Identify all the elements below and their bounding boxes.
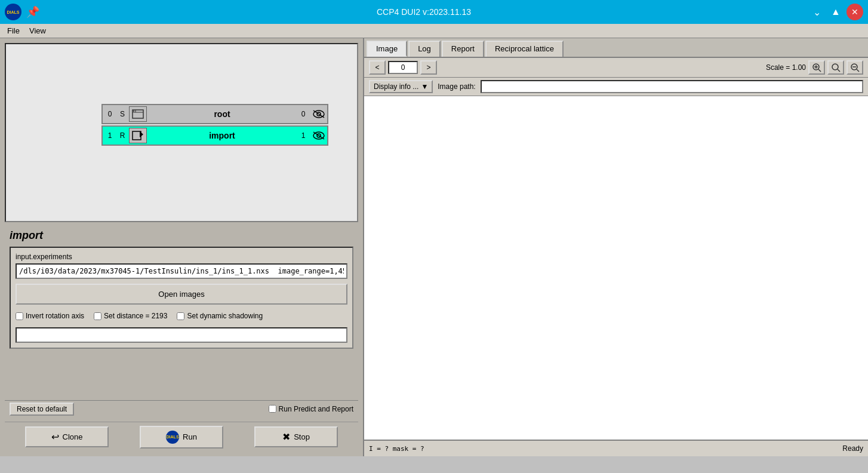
titlebar-pin-icon[interactable]: 📌 [26, 5, 39, 19]
bottom-toolbar: Reset to default Run Predict and Report [5, 400, 358, 417]
titlebar-title: CCP4 DUI2 v:2023.11.13 [39, 7, 808, 17]
file-input[interactable] [16, 263, 347, 279]
root-node[interactable]: 0 S root 0 [101, 104, 328, 124]
bottom-left: Reset to default [10, 403, 74, 416]
root-num-left: 0 [103, 108, 117, 121]
params-label: input.experiments [16, 253, 347, 261]
svg-line-17 [838, 69, 840, 72]
root-label: root [148, 107, 296, 121]
next-frame-button[interactable]: > [420, 60, 437, 75]
app-logo: DIALS [5, 4, 21, 20]
import-letter: R [117, 131, 128, 140]
checkboxes: Invert rotation axis Set distance = 2193… [16, 312, 347, 320]
display-info-bar: Display info ... ▼ Image path: [364, 78, 868, 96]
set-distance-checkbox-label[interactable]: Set distance = 2193 [94, 312, 167, 320]
import-eye-icon[interactable] [310, 127, 327, 144]
root-letter: S [117, 110, 128, 118]
stop-icon: ✖ [282, 431, 290, 443]
open-images-button[interactable]: Open images [16, 284, 347, 305]
run-button[interactable]: DIALS Run [140, 426, 223, 449]
scale-label: Scale = 1.00 [766, 63, 806, 72]
svg-rect-7 [133, 131, 141, 140]
node-canvas: 0 S root 0 [5, 43, 358, 222]
clone-icon: ↩ [51, 431, 59, 443]
image-path-input[interactable] [481, 80, 863, 93]
invert-rotation-checkbox-label[interactable]: Invert rotation axis [16, 312, 84, 320]
image-area [364, 96, 868, 440]
reset-to-default-button[interactable]: Reset to default [10, 403, 74, 416]
root-num-right: 0 [296, 110, 310, 118]
set-distance-checkbox[interactable] [94, 312, 101, 320]
titlebar: DIALS 📌 CCP4 DUI2 v:2023.11.13 ⌄ ▲ ✕ [0, 0, 868, 24]
import-num-left: 1 [103, 129, 117, 142]
close-button[interactable]: ✕ [847, 4, 863, 20]
viewer-toolbar: < > Scale = 1.00 [364, 58, 868, 78]
extra-params-input[interactable] [16, 327, 347, 343]
tab-report[interactable]: Report [442, 41, 484, 57]
tab-image[interactable]: Image [367, 41, 407, 57]
left-panel: 0 S root 0 [0, 38, 363, 456]
tab-log[interactable]: Log [408, 41, 441, 57]
clone-button[interactable]: ↩ Clone [25, 426, 109, 447]
titlebar-controls: ⌄ ▲ ✕ [808, 4, 863, 20]
tab-bar: Image Log Report Reciprocal lattice [364, 38, 868, 58]
coord-info: I = ? mask = ? [369, 445, 424, 453]
run-logo-icon: DIALS [166, 431, 179, 444]
frame-input[interactable] [388, 61, 418, 74]
dropdown-arrow-icon: ▼ [421, 82, 428, 91]
svg-line-19 [857, 69, 859, 72]
root-eye-icon[interactable] [310, 106, 327, 122]
svg-point-16 [832, 64, 838, 70]
zoom-reset-button[interactable] [827, 60, 844, 75]
import-node[interactable]: 1 R import 1 [101, 125, 328, 146]
import-num-right: 1 [296, 131, 310, 140]
zoom-in-button[interactable] [808, 60, 825, 75]
menubar: File View [0, 24, 868, 38]
import-label: import [148, 128, 296, 143]
right-panel: Image Log Report Reciprocal lattice < > … [363, 38, 868, 456]
maximize-button[interactable]: ▲ [827, 4, 844, 20]
run-predict-checkbox[interactable] [269, 405, 276, 413]
tab-reciprocal-lattice[interactable]: Reciprocal lattice [485, 41, 564, 57]
import-title: import [10, 229, 353, 242]
run-predict-label[interactable]: Run Predict and Report [269, 405, 353, 413]
svg-point-3 [133, 110, 134, 112]
menu-view[interactable]: View [24, 25, 51, 36]
svg-marker-8 [140, 131, 143, 137]
import-icon [129, 128, 147, 143]
titlebar-left: DIALS 📌 [5, 4, 39, 20]
statusbar: I = ? mask = ? Ready [364, 440, 868, 456]
stop-button[interactable]: ✖ Stop [254, 426, 338, 447]
action-bar: ↩ Clone DIALS Run ✖ Stop [5, 422, 358, 452]
set-dynamic-checkbox[interactable] [177, 312, 184, 320]
minimize-button[interactable]: ⌄ [808, 4, 825, 20]
set-dynamic-checkbox-label[interactable]: Set dynamic shadowing [177, 312, 263, 320]
image-path-label: Image path: [438, 82, 475, 91]
set-dynamic-label: Set dynamic shadowing [187, 312, 263, 320]
display-info-dropdown[interactable]: Display info ... ▼ [369, 80, 433, 93]
invert-rotation-label: Invert rotation axis [26, 312, 84, 320]
node-graph: 0 S root 0 [101, 104, 328, 147]
svg-line-13 [818, 69, 821, 72]
params-box: input.experiments Open images Invert rot… [10, 247, 353, 349]
zoom-out-button[interactable] [847, 60, 863, 75]
set-distance-label: Set distance = 2193 [104, 312, 167, 320]
menu-file[interactable]: File [2, 25, 24, 36]
prev-frame-button[interactable]: < [369, 60, 386, 75]
import-section: import input.experiments Open images Inv… [5, 227, 358, 395]
status-text: Ready [842, 444, 863, 453]
root-icon [129, 106, 147, 122]
main-layout: 0 S root 0 [0, 38, 868, 456]
invert-rotation-checkbox[interactable] [16, 312, 23, 320]
